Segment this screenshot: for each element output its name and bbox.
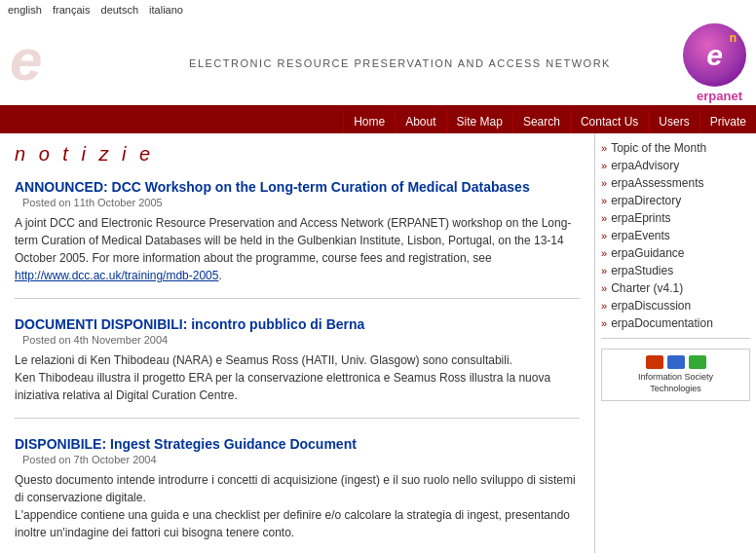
logo-letter: e	[706, 39, 723, 72]
sidebar-divider	[601, 338, 750, 339]
news-date-3: Posted on 7th October 2004	[22, 454, 580, 465]
nav-contact[interactable]: Contact Us	[570, 110, 648, 133]
sidebar-arrow-2: »	[601, 177, 607, 189]
sidebar-link-2: »erpaAssessments	[601, 176, 750, 190]
lang-francais[interactable]: français	[53, 4, 91, 16]
news-date-2: Posted on 4th November 2004	[22, 334, 580, 346]
sidebar-arrow-1: »	[601, 160, 607, 171]
sidebar-link-0: »Topic of the Month	[601, 141, 750, 155]
news-title-2[interactable]: DOCUMENTI DISPONIBILI: incontro pubblico…	[15, 316, 580, 332]
news-body-3: Questo documento intende introdurre i co…	[15, 471, 580, 541]
tagline: Electronic Resource Preservation and Acc…	[117, 57, 683, 69]
sidebar-link-10: »erpaDocumentation	[601, 316, 750, 330]
erpanet-logo: e n	[683, 23, 746, 87]
nav-home[interactable]: Home	[343, 110, 395, 133]
sidebar-arrow-3: »	[601, 195, 607, 206]
nav-about[interactable]: About	[395, 110, 445, 133]
sidebar-link-9: »erpaDiscussion	[601, 299, 750, 313]
sidebar-link-label-5[interactable]: erpaEvents	[611, 229, 670, 242]
sidebar-arrow-9: »	[601, 300, 607, 312]
sidebar-link-5: »erpaEvents	[601, 229, 750, 242]
logo-name: erpanet	[697, 89, 742, 103]
news-title-3[interactable]: DISPONIBILE: Ingest Strategies Guidance …	[15, 436, 580, 452]
is-logo-3	[689, 355, 706, 369]
sidebar-link-label-4[interactable]: erpaEprints	[611, 211, 670, 225]
is-logo-2	[667, 355, 685, 369]
sidebar-arrow-8: »	[601, 282, 607, 294]
nav-bar: Home About Site Map Search Contact Us Us…	[0, 110, 756, 133]
news-title-1[interactable]: ANNOUNCED: DCC Workshop on the Long-term…	[15, 179, 580, 195]
sidebar-arrow-7: »	[601, 265, 607, 276]
info-society-box: Information SocietyTechnologies	[601, 349, 750, 401]
content-area: n o t i z i e ANNOUNCED: DCC Workshop on…	[0, 133, 595, 553]
page-title: n o t i z i e	[15, 143, 580, 166]
sidebar-link-6: »erpaGuidance	[601, 246, 750, 260]
sidebar-link-label-6[interactable]: erpaGuidance	[611, 246, 684, 260]
lang-deutsch[interactable]: deutsch	[101, 4, 139, 16]
sidebar-link-label-1[interactable]: erpaAdvisory	[611, 159, 679, 172]
nav-search[interactable]: Search	[512, 110, 570, 133]
sidebar-links: »Topic of the Month»erpaAdvisory»erpaAss…	[601, 141, 750, 330]
logo-wrap: e n erpanet	[683, 23, 746, 103]
sidebar-arrow-10: »	[601, 317, 607, 329]
news-item-1: ANNOUNCED: DCC Workshop on the Long-term…	[15, 179, 580, 299]
nav-users[interactable]: Users	[648, 110, 699, 133]
nav-private[interactable]: Private	[699, 110, 756, 133]
sidebar-arrow-0: »	[601, 142, 607, 154]
news-body-2: Le relazioni di Ken Thibodeau (NARA) e S…	[15, 351, 580, 404]
sidebar-link-1: »erpaAdvisory	[601, 159, 750, 172]
info-society-logos	[608, 355, 743, 369]
news-body-1: A joint DCC and Electronic Resource Pres…	[15, 214, 580, 284]
is-logo-1	[646, 355, 663, 369]
info-society-label: Information SocietyTechnologies	[608, 372, 743, 394]
news-link-1[interactable]: http://www.dcc.ac.uk/training/mdb-2005	[15, 269, 218, 282]
sidebar-link-label-8[interactable]: Charter (v4.1)	[611, 281, 683, 295]
sidebar-arrow-5: »	[601, 230, 607, 241]
sidebar-link-label-3[interactable]: erpaDirectory	[611, 194, 681, 207]
sidebar-link-3: »erpaDirectory	[601, 194, 750, 207]
sidebar-arrow-4: »	[601, 212, 607, 224]
lang-italiano[interactable]: italiano	[149, 4, 183, 16]
nav-sitemap[interactable]: Site Map	[446, 110, 512, 133]
sidebar-link-label-2[interactable]: erpaAssessments	[611, 176, 703, 190]
news-item-2: DOCUMENTI DISPONIBILI: incontro pubblico…	[15, 316, 580, 419]
sidebar-arrow-6: »	[601, 247, 607, 259]
news-item-3: DISPONIBILE: Ingest Strategies Guidance …	[15, 436, 580, 553]
sidebar-link-label-7[interactable]: erpaStudies	[611, 264, 673, 277]
main-layout: n o t i z i e ANNOUNCED: DCC Workshop on…	[0, 133, 756, 553]
sidebar-link-label-0[interactable]: Topic of the Month	[611, 141, 706, 155]
logo-superscript: n	[730, 31, 737, 45]
sidebar-link-label-9[interactable]: erpaDiscussion	[611, 299, 691, 313]
sidebar-link-4: »erpaEprints	[601, 211, 750, 225]
language-bar: ​ english français deutsch italiano	[0, 0, 756, 19]
sidebar-link-label-10[interactable]: erpaDocumentation	[611, 316, 713, 330]
news-date-1: Posted on 11th October 2005	[22, 197, 580, 208]
sidebar-link-8: »Charter (v4.1)	[601, 281, 750, 295]
lang-english[interactable]: english	[8, 4, 42, 16]
logo-bar: e Electronic Resource Preservation and A…	[0, 19, 756, 105]
sidebar: »Topic of the Month»erpaAdvisory»erpaAss…	[595, 133, 756, 553]
sidebar-link-7: »erpaStudies	[601, 264, 750, 277]
